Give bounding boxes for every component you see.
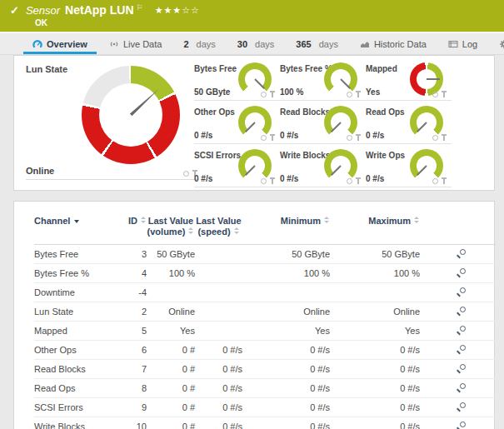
tab-label: days [319,39,338,49]
tab-365-days[interactable]: 365days [285,33,349,54]
gauge-label: Read Blocks [280,107,330,117]
column-header-maximum[interactable]: Maximum [330,213,420,245]
gear-icon[interactable] [432,178,438,184]
channel-name[interactable]: Read Ops [34,383,76,393]
gear-icon[interactable] [432,92,438,97]
object-kind-label: Sensor [26,4,60,17]
pin-icon[interactable] [356,91,361,97]
channel-settings-icon[interactable] [457,268,466,277]
channel-name[interactable]: Read Blocks [34,364,86,374]
channel-last-value-speed [195,322,242,341]
channel-last-value-speed [195,264,242,283]
gauge-label: Other Ops [194,107,235,117]
channel-row: Lun State 2 Online Online Online [34,302,496,322]
pin-icon[interactable] [442,91,447,97]
channel-settings-icon[interactable] [457,287,466,297]
channel-maximum: Yes [330,322,420,341]
channel-name[interactable]: Mapped [34,326,67,336]
channel-row: Read Blocks 7 0 # 0 #/s 0 #/s 0 #/s [34,360,496,379]
pin-icon[interactable] [270,91,275,97]
sort-arrows-icon [141,217,147,224]
column-header-last-value-volume[interactable]: Last Value(volume) [147,213,195,245]
channel-settings-icon[interactable] [457,345,466,354]
gauge-cell: SCSI Errors 0 #/s [194,144,280,187]
channel-id: 4 [126,264,147,283]
gauge-actions [432,177,447,184]
channel-last-value-speed: 0 #/s [195,341,242,360]
pin-icon[interactable] [356,177,361,184]
channel-last-value-speed [195,302,242,322]
status-check-icon: ✓ [10,4,19,17]
tab-settings[interactable]: Settings [488,33,504,54]
channel-last-value-speed: 0 #/s [195,360,242,379]
tab-2-days[interactable]: 2days [172,33,226,54]
pin-icon[interactable] [356,134,361,141]
gauge-actions [347,134,361,141]
tab-log[interactable]: Log [437,33,488,54]
pin-icon[interactable] [442,177,447,184]
channel-name[interactable]: Bytes Free [34,249,78,259]
flag-icon[interactable]: ⚐ [137,2,143,14]
channel-last-value-speed [195,283,242,302]
sort-arrows-icon [414,217,420,224]
main-gauge-footer: Online [26,166,199,180]
gear-icon [499,39,504,49]
gear-icon[interactable] [432,135,438,141]
channel-name[interactable]: SCSI Errors [34,402,83,412]
channel-row: Bytes Free 3 50 GByte 50 GByte 50 GByte [34,245,496,264]
gauge-cell: Write Ops 0 #/s [366,144,452,187]
channel-last-value-volume: 100 % [147,264,195,283]
log-icon [448,39,458,49]
channel-last-value-volume [147,283,195,302]
gear-icon[interactable] [347,135,352,141]
gear-icon[interactable] [261,135,267,141]
channel-last-value-speed [195,245,242,264]
channel-minimum: 0 #/s [242,417,330,429]
channel-settings-icon[interactable] [457,249,466,258]
tab-number: 30 [237,39,247,49]
channel-settings-icon[interactable] [457,307,466,316]
column-header-channel[interactable]: Channel [34,213,126,245]
gear-icon[interactable] [261,92,267,97]
channel-last-value-speed: 0 #/s [195,379,242,398]
channel-id: 5 [126,322,147,341]
pin-icon[interactable] [442,134,447,141]
channel-minimum: 0 #/s [242,379,330,398]
channel-name[interactable]: Write Blocks [34,422,85,429]
gear-icon[interactable] [347,92,352,97]
channel-table: Channel ID Last Value(volume) Last Value… [34,213,496,429]
sort-arrows-icon [188,227,194,235]
gear-icon[interactable] [347,178,352,184]
channel-settings-icon[interactable] [457,364,466,373]
channel-last-value-volume: 0 # [147,398,195,417]
channel-name[interactable]: Downtime [34,287,75,297]
gear-icon[interactable] [183,171,189,177]
pin-icon[interactable] [270,177,275,184]
lun-state-gauge[interactable] [82,66,180,164]
tab-30-days[interactable]: 30days [227,33,286,54]
channel-settings-icon[interactable] [457,326,466,335]
priority-stars[interactable]: ★★★☆☆ [155,4,200,17]
gear-icon[interactable] [261,178,267,184]
column-header-last-value-speed[interactable]: Last Value(speed) [195,213,242,245]
channel-name[interactable]: Bytes Free % [34,268,89,278]
tab-historic-data[interactable]: Historic Data [349,33,437,54]
column-header-id[interactable]: ID [126,213,147,245]
gauge-value: Yes [366,87,380,97]
tab-live-data[interactable]: Live Data [98,33,172,54]
tab-overview[interactable]: Overview [22,33,98,54]
gauge-value: 50 GByte [194,87,230,97]
channel-settings-icon[interactable] [457,402,466,412]
channel-settings-icon[interactable] [457,422,466,429]
channel-id: -4 [126,283,147,302]
column-header-minimum[interactable]: Minimum [242,213,330,245]
gauge-label: SCSI Errors [194,151,241,160]
channel-name[interactable]: Other Ops [34,345,77,355]
channel-last-value-volume: 0 # [147,341,195,360]
pin-icon[interactable] [270,134,275,141]
channel-name[interactable]: Lun State [34,307,73,317]
channel-minimum: Online [242,302,330,322]
channel-id: 9 [126,398,147,417]
channel-last-value-volume: 50 GByte [147,245,195,264]
channel-settings-icon[interactable] [457,383,466,392]
